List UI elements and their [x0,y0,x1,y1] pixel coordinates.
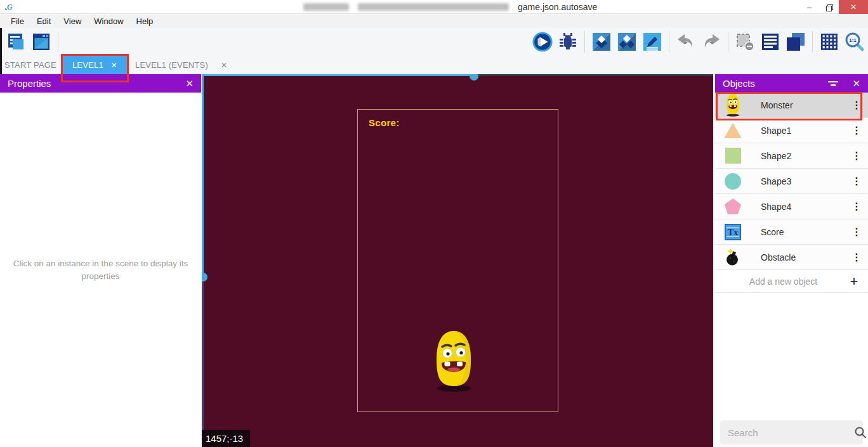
debug-icon[interactable] [557,30,579,54]
object-row-shape2[interactable]: Shape2 ⋮ [715,143,868,169]
filter-icon[interactable] [828,81,838,86]
object-name: Shape1 [751,126,845,136]
coordinates-value: 1457;-13 [206,433,243,444]
tab-close-icon[interactable]: ✕ [221,61,227,70]
properties-empty-message: Click on an instance in the scene to dis… [6,257,196,282]
tab-close-icon[interactable]: ✕ [111,61,117,70]
objects-close-icon[interactable]: ✕ [852,78,860,89]
more-options-icon[interactable]: ⋮ [845,200,868,212]
object-name: Shape2 [751,151,845,161]
object-row-shape3[interactable]: Shape3 ⋮ [715,169,868,194]
restore-button[interactable] [819,0,839,14]
more-options-icon[interactable]: ⋮ [845,150,868,162]
tab-start-page[interactable]: START PAGE [0,56,61,74]
redacted-title-segment [303,3,349,11]
redacted-title-segment [358,3,509,11]
window-title-text: game.json.autosave [518,2,597,12]
object-groups-icon[interactable] [616,30,638,54]
instances-list-icon[interactable] [760,30,781,54]
scene-horizontal-scrollbar[interactable] [202,74,713,76]
object-row-monster[interactable]: Monster ⋮ [715,93,868,118]
search-icon[interactable] [854,426,867,439]
menu-help[interactable]: Help [131,15,159,27]
menu-window[interactable]: Window [88,15,129,27]
zoom-1-1-icon[interactable]: 1:1 [844,30,865,54]
deselect-all-icon[interactable] [734,30,756,54]
menu-view[interactable]: View [58,15,87,27]
layers-icon[interactable] [785,30,806,54]
object-name: Shape4 [751,202,845,212]
objects-list: Monster ⋮ Shape1 ⋮ Shape2 ⋮ Shape3 ⋮ [715,93,868,293]
toolbar-separator [58,31,58,53]
gdevelop-window: G game.json.autosave – ✕ File Edit View … [0,0,868,447]
grid-icon[interactable] [819,30,840,54]
svg-text:Tx: Tx [728,228,738,237]
search-box [720,420,863,444]
object-name: Score [751,227,845,237]
toolbar-separator [728,31,728,53]
object-name: Monster [751,100,845,110]
properties-title: Properties [8,78,51,89]
minimize-button[interactable]: – [799,0,819,14]
tab-bar: START PAGE LEVEL1 ✕ LEVEL1 (EVENTS) ✕ [0,56,868,74]
restore-icon [826,4,832,10]
scrollbar-handle[interactable] [202,273,207,282]
search-input[interactable] [720,427,854,438]
objects-search-area [715,418,868,447]
toolbar-separator [812,31,813,53]
tab-label: START PAGE [4,60,56,70]
menu-edit[interactable]: Edit [31,15,56,27]
text-object-icon: Tx [715,224,751,240]
properties-close-icon[interactable]: ✕ [185,78,194,89]
triangle-shape-icon [715,123,751,138]
tab-level1[interactable]: LEVEL1 ✕ [61,56,129,74]
close-button[interactable]: ✕ [839,0,868,14]
circle-shape-icon [715,173,751,190]
main-area: Properties ✕ Click on an instance in the… [0,74,868,447]
edit-scene-properties-icon[interactable] [641,30,663,54]
gdevelop-logo-icon: G [4,1,15,13]
objects-panel: Objects ✕ [715,74,868,447]
more-options-icon[interactable]: ⋮ [845,251,868,263]
scene-vertical-scrollbar[interactable] [202,74,204,447]
start-page-window-icon[interactable] [30,30,52,54]
bomb-icon [715,249,751,266]
project-manager-icon[interactable] [5,30,27,54]
score-text-object[interactable]: Score: [369,117,400,128]
scrollbar-thumb[interactable] [202,74,204,277]
object-row-shape1[interactable]: Shape1 ⋮ [715,118,868,143]
more-options-icon[interactable]: ⋮ [845,175,868,187]
more-options-icon[interactable]: ⋮ [845,124,868,136]
toolbar: 1:1 [0,28,868,56]
objects-editor-icon[interactable] [591,30,612,54]
add-new-object-row[interactable]: Add a new object + [715,270,868,293]
object-row-shape4[interactable]: Shape4 ⋮ [715,194,868,219]
more-options-icon[interactable]: ⋮ [845,99,868,111]
object-row-score[interactable]: Tx Score ⋮ [715,219,868,245]
properties-body: Click on an instance in the scene to dis… [0,93,201,447]
close-icon: ✕ [850,3,857,11]
monster-thumbnail-icon [715,94,751,117]
redo-icon[interactable] [700,30,722,54]
toolbar-separator [584,31,585,53]
more-options-icon[interactable]: ⋮ [845,226,868,238]
tab-label: LEVEL1 (EVENTS) [135,60,208,70]
toolbar-right: 1:1 [532,28,865,56]
object-row-obstacle[interactable]: Obstacle ⋮ [715,245,868,270]
scrollbar-handle[interactable] [470,74,478,81]
add-icon[interactable]: + [840,273,868,290]
scrollbar-thumb[interactable] [202,74,474,76]
scene-canvas[interactable]: Score: [202,74,713,447]
toolbar-separator [669,31,669,53]
tab-label: LEVEL1 [72,60,103,70]
properties-header: Properties ✕ [0,74,201,93]
monster-instance[interactable] [433,330,475,392]
square-shape-icon [715,148,751,164]
undo-icon[interactable] [675,30,697,54]
menu-bar: File Edit View Window Help [0,15,868,28]
play-icon[interactable] [532,30,553,54]
cursor-coordinates: 1457;-13 [202,430,250,447]
tab-level1-events[interactable]: LEVEL1 (EVENTS) ✕ [129,56,232,74]
menu-file[interactable]: File [5,15,30,27]
object-name: Shape3 [751,176,845,186]
